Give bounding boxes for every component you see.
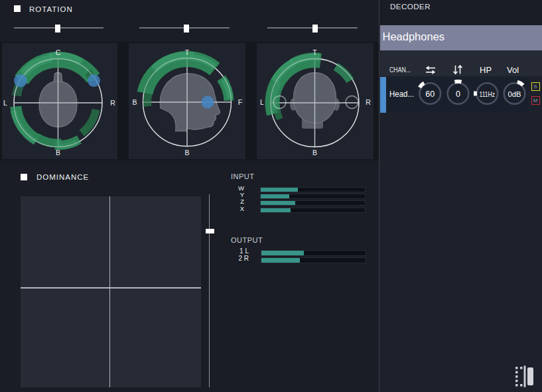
svg-text:F: F xyxy=(238,98,242,106)
svg-text:B: B xyxy=(312,149,316,157)
svg-text:B: B xyxy=(132,98,137,106)
svg-text:0dB: 0dB xyxy=(508,90,521,98)
svg-text:R: R xyxy=(366,98,371,106)
svg-text:T: T xyxy=(185,48,190,56)
svg-text:L: L xyxy=(3,99,7,107)
svg-text:R: R xyxy=(110,99,115,107)
svg-text:B: B xyxy=(55,149,60,157)
svg-text:T: T xyxy=(312,48,317,56)
svg-text:C: C xyxy=(55,48,60,56)
svg-text:B: B xyxy=(184,149,189,157)
svg-text:0: 0 xyxy=(456,90,460,99)
svg-text:111Hz: 111Hz xyxy=(479,90,495,98)
svg-text:60: 60 xyxy=(425,90,435,99)
svg-text:L: L xyxy=(260,98,264,106)
